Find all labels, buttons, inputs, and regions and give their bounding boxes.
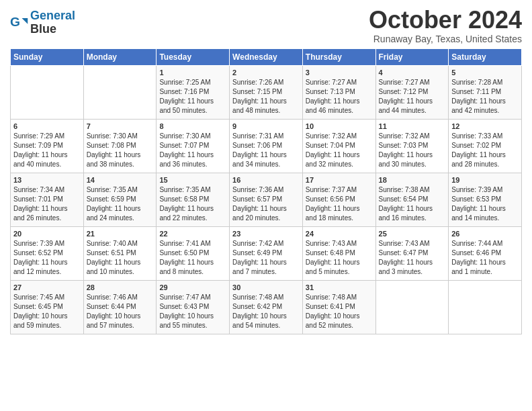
day-number: 30 — [232, 283, 300, 291]
day-number: 7 — [87, 122, 154, 130]
day-info: Sunrise: 7:30 AMSunset: 7:08 PMDaylight:… — [87, 132, 141, 168]
logo-icon: G — [10, 13, 29, 32]
calendar-cell: 29Sunrise: 7:47 AMSunset: 6:43 PMDayligh… — [157, 280, 230, 334]
calendar-cell: 8Sunrise: 7:30 AMSunset: 7:07 PMDaylight… — [157, 119, 230, 173]
calendar-cell: 15Sunrise: 7:35 AMSunset: 6:58 PMDayligh… — [157, 173, 230, 226]
calendar-cell: 16Sunrise: 7:36 AMSunset: 6:57 PMDayligh… — [230, 173, 303, 226]
day-number: 16 — [232, 176, 300, 184]
calendar-subtitle: Runaway Bay, Texas, United States — [369, 34, 522, 44]
calendar-cell: 18Sunrise: 7:38 AMSunset: 6:54 PMDayligh… — [375, 173, 449, 226]
day-number: 4 — [379, 68, 446, 77]
day-number: 14 — [87, 176, 154, 184]
day-info: Sunrise: 7:34 AMSunset: 7:01 PMDaylight:… — [13, 186, 68, 222]
day-info: Sunrise: 7:41 AMSunset: 6:50 PMDaylight:… — [159, 240, 214, 275]
day-info: Sunrise: 7:32 AMSunset: 7:03 PMDaylight:… — [379, 132, 433, 168]
day-info: Sunrise: 7:32 AMSunset: 7:04 PMDaylight:… — [306, 132, 360, 168]
calendar-table: SundayMondayTuesdayWednesdayThursdayFrid… — [10, 48, 522, 334]
day-number: 24 — [306, 230, 373, 238]
calendar-cell: 28Sunrise: 7:46 AMSunset: 6:44 PMDayligh… — [83, 280, 157, 334]
calendar-cell: 1Sunrise: 7:25 AMSunset: 7:16 PMDaylight… — [157, 65, 230, 119]
day-info: Sunrise: 7:28 AMSunset: 7:11 PMDaylight:… — [451, 79, 506, 114]
day-info: Sunrise: 7:37 AMSunset: 6:56 PMDaylight:… — [306, 186, 360, 222]
day-info: Sunrise: 7:33 AMSunset: 7:02 PMDaylight:… — [451, 132, 506, 168]
calendar-cell: 11Sunrise: 7:32 AMSunset: 7:03 PMDayligh… — [375, 119, 449, 173]
logo: G General Blue — [10, 9, 75, 36]
calendar-cell — [375, 280, 449, 334]
calendar-cell: 20Sunrise: 7:39 AMSunset: 6:52 PMDayligh… — [11, 226, 84, 280]
day-number: 2 — [232, 68, 300, 77]
calendar-cell: 10Sunrise: 7:32 AMSunset: 7:04 PMDayligh… — [302, 119, 375, 173]
day-info: Sunrise: 7:39 AMSunset: 6:52 PMDaylight:… — [13, 240, 68, 275]
calendar-cell — [449, 280, 522, 334]
day-info: Sunrise: 7:27 AMSunset: 7:12 PMDaylight:… — [379, 79, 433, 114]
calendar-cell: 30Sunrise: 7:48 AMSunset: 6:42 PMDayligh… — [230, 280, 303, 334]
day-info: Sunrise: 7:35 AMSunset: 6:59 PMDaylight:… — [87, 186, 141, 222]
day-number: 17 — [306, 176, 373, 184]
calendar-cell: 9Sunrise: 7:31 AMSunset: 7:06 PMDaylight… — [230, 119, 303, 173]
col-header-thursday: Thursday — [302, 48, 375, 65]
day-number: 23 — [232, 230, 300, 238]
day-info: Sunrise: 7:36 AMSunset: 6:57 PMDaylight:… — [232, 186, 287, 222]
day-number: 6 — [13, 122, 81, 130]
day-info: Sunrise: 7:27 AMSunset: 7:13 PMDaylight:… — [306, 79, 360, 114]
day-info: Sunrise: 7:38 AMSunset: 6:54 PMDaylight:… — [379, 186, 433, 222]
calendar-cell: 17Sunrise: 7:37 AMSunset: 6:56 PMDayligh… — [302, 173, 375, 226]
day-info: Sunrise: 7:45 AMSunset: 6:45 PMDaylight:… — [13, 293, 68, 329]
col-header-monday: Monday — [83, 48, 157, 65]
day-info: Sunrise: 7:31 AMSunset: 7:06 PMDaylight:… — [232, 132, 287, 168]
day-number: 28 — [87, 283, 154, 291]
col-header-friday: Friday — [375, 48, 449, 65]
day-number: 1 — [159, 68, 226, 77]
calendar-cell: 26Sunrise: 7:44 AMSunset: 6:46 PMDayligh… — [449, 226, 522, 280]
calendar-cell: 7Sunrise: 7:30 AMSunset: 7:08 PMDaylight… — [83, 119, 157, 173]
day-number: 11 — [379, 122, 446, 130]
day-number: 29 — [159, 283, 226, 291]
day-number: 8 — [159, 122, 226, 130]
col-header-tuesday: Tuesday — [157, 48, 230, 65]
calendar-cell: 21Sunrise: 7:40 AMSunset: 6:51 PMDayligh… — [83, 226, 157, 280]
col-header-sunday: Sunday — [11, 48, 84, 65]
calendar-cell — [11, 65, 84, 119]
day-info: Sunrise: 7:30 AMSunset: 7:07 PMDaylight:… — [159, 132, 214, 168]
day-info: Sunrise: 7:43 AMSunset: 6:47 PMDaylight:… — [379, 240, 433, 275]
day-info: Sunrise: 7:29 AMSunset: 7:09 PMDaylight:… — [13, 132, 68, 168]
day-number: 13 — [13, 176, 81, 184]
day-number: 18 — [379, 176, 446, 184]
calendar-cell: 6Sunrise: 7:29 AMSunset: 7:09 PMDaylight… — [11, 119, 84, 173]
calendar-cell: 24Sunrise: 7:43 AMSunset: 6:48 PMDayligh… — [302, 226, 375, 280]
day-info: Sunrise: 7:47 AMSunset: 6:43 PMDaylight:… — [159, 293, 214, 329]
day-number: 9 — [232, 122, 300, 130]
page-header: G General Blue October 2024 Runaway Bay,… — [10, 7, 522, 44]
day-number: 26 — [451, 230, 519, 238]
col-header-saturday: Saturday — [449, 48, 522, 65]
day-number: 21 — [87, 230, 154, 238]
svg-text:G: G — [10, 15, 20, 29]
svg-marker-1 — [22, 18, 28, 24]
logo-text: General Blue — [30, 9, 75, 36]
day-info: Sunrise: 7:40 AMSunset: 6:51 PMDaylight:… — [87, 240, 141, 275]
day-number: 12 — [451, 122, 519, 130]
day-info: Sunrise: 7:35 AMSunset: 6:58 PMDaylight:… — [159, 186, 214, 222]
calendar-cell: 14Sunrise: 7:35 AMSunset: 6:59 PMDayligh… — [83, 173, 157, 226]
calendar-cell: 25Sunrise: 7:43 AMSunset: 6:47 PMDayligh… — [375, 226, 449, 280]
day-number: 22 — [159, 230, 226, 238]
day-number: 5 — [451, 68, 519, 77]
day-info: Sunrise: 7:26 AMSunset: 7:15 PMDaylight:… — [232, 79, 287, 114]
day-number: 15 — [159, 176, 226, 184]
day-number: 20 — [13, 230, 81, 238]
day-info: Sunrise: 7:46 AMSunset: 6:44 PMDaylight:… — [87, 293, 141, 329]
day-info: Sunrise: 7:43 AMSunset: 6:48 PMDaylight:… — [306, 240, 360, 275]
col-header-wednesday: Wednesday — [230, 48, 303, 65]
day-number: 19 — [451, 176, 519, 184]
day-info: Sunrise: 7:48 AMSunset: 6:42 PMDaylight:… — [232, 293, 287, 329]
day-info: Sunrise: 7:48 AMSunset: 6:41 PMDaylight:… — [306, 293, 360, 329]
day-info: Sunrise: 7:39 AMSunset: 6:53 PMDaylight:… — [451, 186, 506, 222]
calendar-cell: 2Sunrise: 7:26 AMSunset: 7:15 PMDaylight… — [230, 65, 303, 119]
calendar-cell: 5Sunrise: 7:28 AMSunset: 7:11 PMDaylight… — [449, 65, 522, 119]
day-number: 3 — [306, 68, 373, 77]
day-info: Sunrise: 7:42 AMSunset: 6:49 PMDaylight:… — [232, 240, 287, 275]
calendar-cell: 22Sunrise: 7:41 AMSunset: 6:50 PMDayligh… — [157, 226, 230, 280]
calendar-title: October 2024 — [369, 7, 522, 34]
calendar-cell: 27Sunrise: 7:45 AMSunset: 6:45 PMDayligh… — [11, 280, 84, 334]
day-number: 10 — [306, 122, 373, 130]
